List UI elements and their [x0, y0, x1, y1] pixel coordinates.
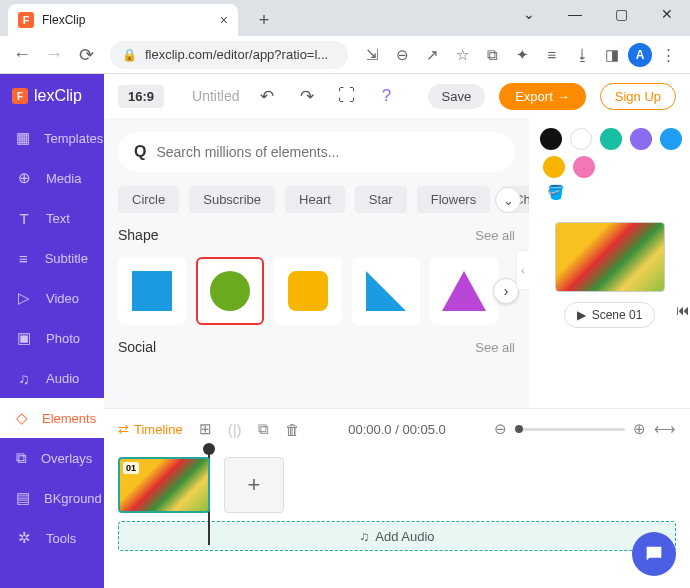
sidebar-item-bkground[interactable]: ▤BKground — [0, 478, 104, 518]
sidebar-item-label: BKground — [44, 491, 102, 506]
search-icon: Q — [134, 143, 146, 161]
downloads-icon[interactable]: ⭳ — [568, 41, 596, 69]
close-window-button[interactable]: ✕ — [644, 0, 690, 28]
sidebar-item-templates[interactable]: ▦Templates — [0, 118, 104, 158]
maximize-button[interactable]: ▢ — [598, 0, 644, 28]
sidebar-item-overlays[interactable]: ⧉Overlays — [0, 438, 104, 478]
zoom-in-button[interactable]: ⊕ — [633, 420, 646, 438]
dropdown-icon[interactable]: ⌄ — [506, 0, 552, 28]
aspect-ratio-badge[interactable]: 16:9 — [118, 85, 164, 108]
browser-tab[interactable]: F FlexClip × — [8, 4, 238, 36]
back-button[interactable]: ← — [8, 41, 36, 69]
panel-collapse-button[interactable]: ‹ — [516, 250, 530, 290]
logo[interactable]: F lexClip — [0, 74, 104, 118]
favicon: F — [18, 12, 34, 28]
help-icon[interactable]: ? — [374, 83, 400, 109]
timeline-clip[interactable]: 01 — [118, 457, 210, 513]
category-chips: CircleSubscribeHeartStarFlowersCheck⌄ — [118, 186, 515, 213]
color-swatch[interactable] — [543, 156, 565, 178]
search-input[interactable] — [156, 144, 499, 160]
bookmark-icon[interactable]: ☆ — [448, 41, 476, 69]
install-icon[interactable]: ⇲ — [358, 41, 386, 69]
media-icon: ⊕ — [16, 169, 32, 187]
color-swatch[interactable] — [540, 128, 562, 150]
color-swatch[interactable] — [573, 156, 595, 178]
zoom-icon[interactable]: ⊖ — [388, 41, 416, 69]
sidebar-item-subtitle[interactable]: ≡Subtitle — [0, 238, 104, 278]
color-swatch[interactable] — [600, 128, 622, 150]
search-box[interactable]: Q — [118, 132, 515, 172]
color-swatch[interactable] — [570, 128, 592, 150]
shapes-row: › — [118, 257, 515, 325]
chip-circle[interactable]: Circle — [118, 186, 179, 213]
timeline-label[interactable]: ⇄Timeline — [118, 422, 183, 437]
shape-triangle[interactable] — [430, 257, 498, 325]
canvas-panel: 🪣 ▶Scene 01 ⏮ — [529, 118, 690, 408]
sidebar-item-tools[interactable]: ✲Tools — [0, 518, 104, 558]
reading-list-icon[interactable]: ≡ — [538, 41, 566, 69]
chip-star[interactable]: Star — [355, 186, 407, 213]
color-swatch[interactable] — [630, 128, 652, 150]
document-name[interactable]: Untitled — [192, 88, 239, 104]
scene-preview[interactable] — [555, 222, 665, 292]
tab-groups-icon[interactable]: ⧉ — [478, 41, 506, 69]
sidebar-item-elements[interactable]: ◇Elements — [0, 398, 104, 438]
zoom-slider[interactable] — [515, 428, 625, 431]
color-swatch[interactable] — [660, 128, 682, 150]
signup-button[interactable]: Sign Up — [600, 83, 676, 110]
sidebar-item-photo[interactable]: ▣Photo — [0, 318, 104, 358]
shape-rounded-square[interactable] — [274, 257, 342, 325]
sidebar-item-label: Tools — [46, 531, 76, 546]
minimize-button[interactable]: ― — [552, 0, 598, 28]
profile-avatar[interactable]: A — [628, 43, 652, 67]
shape-circle[interactable] — [196, 257, 264, 325]
social-see-all-link[interactable]: See all — [475, 340, 515, 355]
logo-mark: F — [12, 88, 28, 104]
share-icon[interactable]: ↗ — [418, 41, 446, 69]
add-audio-track[interactable]: ♫Add Audio — [118, 521, 676, 551]
chip-flowers[interactable]: Flowers — [417, 186, 491, 213]
shape-right-triangle[interactable] — [352, 257, 420, 325]
extensions-icon[interactable]: ✦ — [508, 41, 536, 69]
duplicate-button[interactable]: ⧉ — [258, 420, 269, 438]
shape-square[interactable] — [118, 257, 186, 325]
zoom-out-button[interactable]: ⊖ — [494, 420, 507, 438]
undo-button[interactable]: ↶ — [254, 83, 280, 109]
scene-button[interactable]: ▶Scene 01 — [564, 302, 656, 328]
shape-see-all-link[interactable]: See all — [475, 228, 515, 243]
sidepanel-icon[interactable]: ◨ — [598, 41, 626, 69]
chips-more-button[interactable]: ⌄ — [495, 187, 521, 213]
sidebar-item-text[interactable]: TText — [0, 198, 104, 238]
shape-section-title: Shape — [118, 227, 158, 243]
delete-button[interactable]: 🗑 — [285, 421, 300, 438]
add-button[interactable]: ⊞ — [199, 420, 212, 438]
logo-text: lexClip — [34, 87, 82, 105]
timeline-icon: ⇄ — [118, 422, 129, 437]
fullscreen-icon[interactable]: ⛶ — [334, 83, 360, 109]
sidebar-item-label: Audio — [46, 371, 79, 386]
timeline-time: 00:00.0 / 00:05.0 — [348, 422, 446, 437]
chip-subscribe[interactable]: Subscribe — [189, 186, 275, 213]
prev-scene-icon[interactable]: ⏮ — [676, 302, 690, 318]
split-button[interactable]: (|) — [228, 421, 242, 438]
chat-fab[interactable] — [632, 532, 676, 576]
sidebar-item-media[interactable]: ⊕Media — [0, 158, 104, 198]
new-tab-button[interactable]: + — [250, 6, 278, 34]
photo-icon: ▣ — [16, 329, 32, 347]
sidebar: F lexClip ▦Templates⊕MediaTText≡Subtitle… — [0, 74, 104, 588]
omnibox[interactable]: 🔒 flexclip.com/editor/app?ratio=l... — [110, 41, 348, 69]
chip-heart[interactable]: Heart — [285, 186, 345, 213]
menu-icon[interactable]: ⋮ — [654, 41, 682, 69]
sidebar-item-audio[interactable]: ♫Audio — [0, 358, 104, 398]
sidebar-item-video[interactable]: ▷Video — [0, 278, 104, 318]
window-controls: ⌄ ― ▢ ✕ — [506, 0, 690, 28]
export-button[interactable]: Export→ — [499, 83, 586, 110]
save-button[interactable]: Save — [428, 84, 486, 109]
add-scene-button[interactable]: + — [224, 457, 284, 513]
zoom-fit-button[interactable]: ⟷ — [654, 420, 676, 438]
redo-button[interactable]: ↷ — [294, 83, 320, 109]
close-tab-icon[interactable]: × — [220, 12, 228, 28]
reload-button[interactable]: ⟳ — [72, 41, 100, 69]
sidebar-item-label: Subtitle — [45, 251, 88, 266]
paint-bucket-icon[interactable]: 🪣 — [547, 184, 564, 200]
